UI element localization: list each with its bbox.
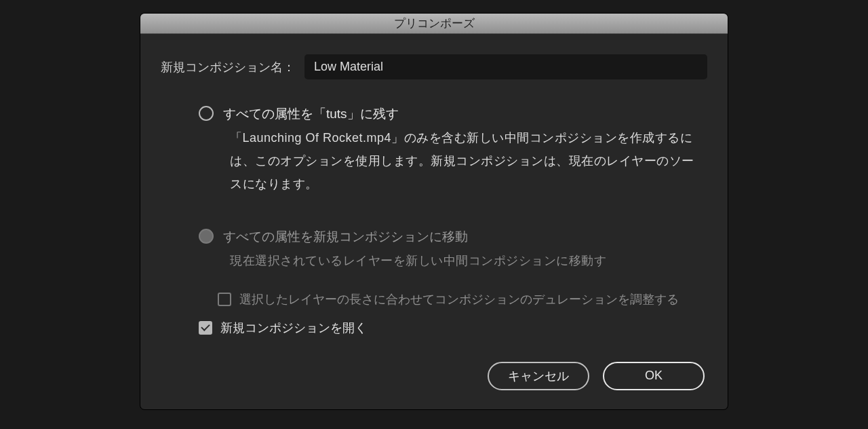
checkmark-icon: [201, 322, 210, 331]
option2-title: すべての属性を新規コンポジションに移動: [223, 228, 613, 246]
option1-title: すべての属性を「tuts」に残す: [223, 105, 707, 124]
dialog-footer: キャンセル OK: [161, 362, 707, 390]
option2-desc: 現在選択されているレイヤーを新しい中間コンポジションに移動す: [223, 249, 613, 272]
radio-icon: [199, 106, 214, 121]
name-row: 新規コンポジション名：: [161, 54, 707, 79]
precompose-dialog: プリコンポーズ 新規コンポジション名： すべての属性を「tuts」に残す 「La…: [140, 14, 728, 409]
option-leave-attributes[interactable]: すべての属性を「tuts」に残す 「Launching Of Rocket.mp…: [199, 105, 707, 195]
options-group: すべての属性を「tuts」に残す 「Launching Of Rocket.mp…: [161, 105, 707, 307]
option-move-attributes: すべての属性を新規コンポジションに移動 現在選択されているレイヤーを新しい中間コ…: [199, 228, 707, 272]
open-new-comp-label: 新規コンポジションを開く: [220, 320, 367, 336]
option1-desc: 「Launching Of Rocket.mp4」のみを含む新しい中間コンポジシ…: [223, 126, 707, 196]
open-new-comp-row[interactable]: 新規コンポジションを開く: [199, 320, 707, 336]
dialog-title: プリコンポーズ: [394, 16, 475, 31]
dialog-body: 新規コンポジション名： すべての属性を「tuts」に残す 「Launching …: [140, 34, 728, 409]
ok-button[interactable]: OK: [603, 362, 705, 390]
adjust-duration-label: 選択したレイヤーの長さに合わせてコンポジションのデュレーションを調整する: [239, 291, 679, 307]
adjust-duration-row: 選択したレイヤーの長さに合わせてコンポジションのデュレーションを調整する: [218, 291, 707, 307]
dialog-titlebar: プリコンポーズ: [140, 14, 728, 34]
checkbox-icon: [199, 321, 212, 335]
checkbox-icon: [218, 293, 231, 306]
new-comp-name-input[interactable]: [304, 54, 707, 79]
name-label: 新規コンポジション名：: [161, 59, 295, 75]
cancel-button[interactable]: キャンセル: [488, 362, 589, 390]
radio-icon: [199, 229, 214, 244]
